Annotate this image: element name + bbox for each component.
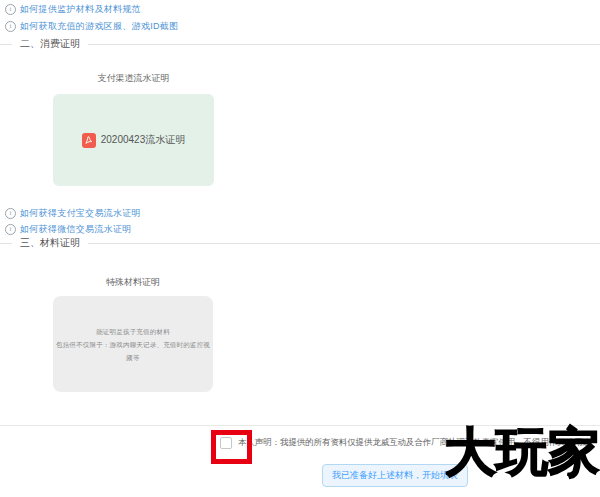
- section-consumption-divider: 二、消费证明: [0, 37, 600, 51]
- start-filling-form-button[interactable]: 我已准备好上述材料，开始填表: [322, 464, 468, 487]
- link-game-server-screenshot[interactable]: 如何获取充值的游戏区服、游戏ID截图: [5, 20, 178, 33]
- link-label: 如何获取充值的游戏区服、游戏ID截图: [20, 20, 178, 33]
- special-material-proof-label: 特殊材料证明: [53, 276, 213, 289]
- upload-hint-line1: 能证明是孩子充值的材料: [96, 325, 170, 338]
- info-icon: [5, 21, 16, 32]
- payment-flow-upload-box[interactable]: 20200423流水证明: [53, 94, 214, 186]
- link-guardian-materials[interactable]: 如何提供监护材料及材料规范: [5, 3, 141, 16]
- declaration-text: 本人声明：我提供的所有资料仅提供龙威互动及合作厂商处理退款事宜使用，不得用作其他…: [238, 437, 591, 449]
- info-icon: [5, 224, 16, 235]
- refund-materials-page: 如何提供监护材料及材料规范 如何获取充值的游戏区服、游戏ID截图 二、消费证明 …: [0, 0, 600, 497]
- declaration-checkbox[interactable]: [220, 437, 232, 449]
- info-icon: [5, 4, 16, 15]
- info-icon: [5, 208, 16, 219]
- upload-hint-line2: 包括但不仅限于：游戏内聊天记录、充值时的监控视频等: [53, 338, 213, 364]
- declaration-row: 本人声明：我提供的所有资料仅提供龙威互动及合作厂商处理退款事宜使用，不得用作其他…: [220, 437, 591, 449]
- special-material-upload-box[interactable]: 能证明是孩子充值的材料 包括但不仅限于：游戏内聊天记录、充值时的监控视频等: [53, 296, 213, 392]
- payment-flow-proof-label: 支付渠道流水证明: [53, 72, 214, 85]
- section-consumption-title: 二、消费证明: [20, 37, 80, 51]
- link-label: 如何获得支付宝交易流水证明: [20, 207, 141, 220]
- link-wechat-flow-proof[interactable]: 如何获得微信交易流水证明: [5, 223, 132, 236]
- link-alipay-flow-proof[interactable]: 如何获得支付宝交易流水证明: [5, 207, 141, 220]
- uploaded-file[interactable]: 20200423流水证明: [82, 133, 186, 148]
- section-material-divider: 三、材料证明: [0, 236, 600, 250]
- pdf-icon: [82, 133, 96, 148]
- link-label: 如何获得微信交易流水证明: [20, 223, 132, 236]
- link-label: 如何提供监护材料及材料规范: [20, 3, 141, 16]
- section-material-title: 三、材料证明: [20, 236, 80, 250]
- bottom-divider: [0, 425, 600, 426]
- uploaded-file-name: 20200423流水证明: [101, 133, 186, 147]
